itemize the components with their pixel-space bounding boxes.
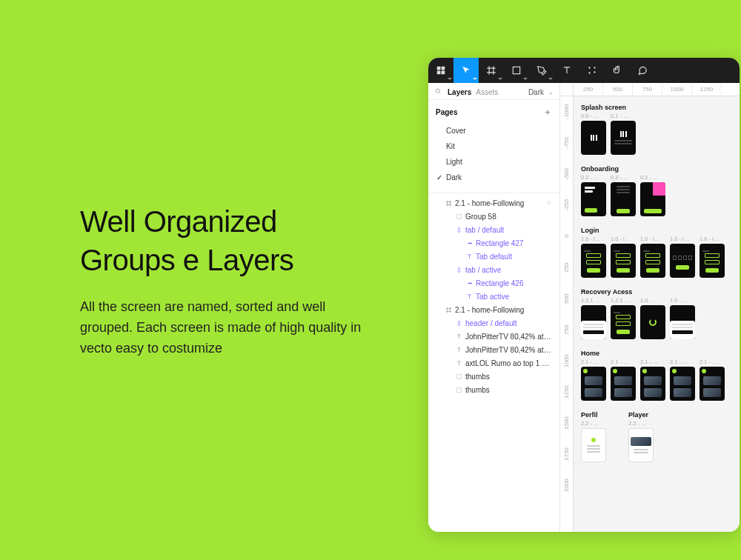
layer-row[interactable]: 2.1 - home-Following👁 — [428, 196, 559, 210]
layer-row[interactable]: tab / active — [428, 263, 559, 276]
layer-row[interactable]: thumbs — [428, 370, 559, 383]
promo-headline: Well Organized Groups e Layers — [80, 202, 376, 279]
layer-label: JohnPitterTV 80,42% atualiza… — [465, 346, 552, 354]
layer-row[interactable]: 2.1 - home-Following — [428, 303, 559, 316]
thumbs-row: 0.2 - …0.2 - …0.2 - … — [581, 174, 735, 216]
artboard-thumb[interactable] — [581, 428, 606, 462]
add-page-button[interactable]: ＋ — [543, 106, 552, 119]
layer-label: 2.1 - home-Following — [455, 306, 524, 314]
artboard-thumb[interactable] — [611, 182, 636, 216]
artboard-thumb[interactable] — [581, 244, 606, 278]
page-item[interactable]: Cover — [436, 123, 552, 139]
artboard-thumb[interactable] — [700, 244, 725, 278]
layer-row[interactable]: thumbs — [428, 383, 559, 396]
canvas-section: Login1.0 - l…1.0 - l…1.0 - l…1.0 - l…1.0… — [581, 227, 735, 278]
frame-item: 0.2 - … — [640, 174, 665, 216]
layer-label: tab / default — [465, 226, 504, 234]
pages-title: Pages — [436, 108, 457, 116]
frame-item: 2.1 - … — [611, 359, 636, 401]
artboard-thumb[interactable] — [611, 367, 636, 401]
frame-label: 2.1 - … — [670, 359, 695, 365]
frame-icon — [445, 200, 452, 207]
canvas-section: Recovery Acess1.2.1 …1.2.1 - …1.0 - …1.0… — [581, 288, 735, 339]
artboard-thumb[interactable] — [581, 121, 606, 155]
top-toolbar — [428, 58, 740, 83]
layer-row[interactable]: tab / default — [428, 223, 559, 236]
frame-item: 2.1 - … — [640, 359, 665, 401]
canvas-stage[interactable]: Splash screen0.0 - …0.1 - …Onboarding0.2… — [576, 96, 740, 532]
layer-row[interactable]: Rectangle 427 — [428, 236, 559, 250]
layer-row[interactable]: header / default — [428, 316, 559, 330]
artboard-thumb[interactable] — [581, 367, 606, 401]
shape-tool-button[interactable] — [504, 58, 529, 83]
artboard-thumb[interactable] — [670, 244, 695, 278]
layer-label: thumbs — [465, 373, 490, 381]
search-icon[interactable] — [434, 87, 443, 96]
artboard-thumb[interactable] — [700, 367, 725, 401]
artboard-thumb[interactable] — [628, 428, 654, 462]
artboard-thumb[interactable] — [581, 182, 606, 216]
frame-item: 2.1 - … — [670, 359, 695, 401]
svg-rect-3 — [442, 71, 445, 75]
frame-item: 0.0 - … — [581, 113, 606, 155]
frame-item: 2.1 - … — [700, 359, 725, 401]
svg-rect-4 — [513, 67, 519, 73]
frame-item: 1.0 - … — [640, 297, 665, 339]
move-tool-button[interactable] — [453, 58, 479, 83]
layer-row[interactable]: axtLOL Rumo ao top 1 aqui de… — [428, 356, 559, 370]
pen-tool-button[interactable] — [529, 58, 554, 83]
frame-label: 0.2 - … — [611, 174, 636, 181]
text-icon — [465, 293, 473, 300]
page-item[interactable]: Kit — [436, 139, 552, 154]
visibility-icon[interactable]: 👁 — [546, 200, 552, 207]
page-label: Cover — [446, 127, 466, 135]
artboard-thumb[interactable] — [611, 244, 636, 278]
frame-label: 1.0 - l… — [700, 236, 725, 242]
artboard-thumb[interactable] — [670, 305, 695, 339]
section-title: Login — [581, 227, 735, 234]
layer-row[interactable]: JohnPitterTV 80,42% atualiza… — [428, 330, 559, 343]
frame-tool-button[interactable] — [479, 58, 504, 83]
headline-line1: Well Organized — [80, 205, 277, 238]
frame-item: 1.2.1 - … — [611, 297, 636, 339]
canvas-section: Splash screen0.0 - …0.1 - … — [581, 104, 735, 155]
promo-block: Well Organized Groups e Layers All the s… — [80, 202, 376, 359]
frame-label: 1.0 - l… — [611, 236, 636, 242]
comment-tool-button[interactable] — [630, 58, 655, 83]
text-tool-button[interactable] — [554, 58, 579, 83]
menu-button[interactable] — [428, 58, 453, 83]
resources-button[interactable] — [579, 58, 605, 83]
artboard-thumb[interactable] — [611, 305, 636, 339]
artboard-thumb[interactable] — [640, 244, 665, 278]
layers-tab[interactable]: Layers — [448, 88, 471, 96]
artboard-thumb[interactable] — [640, 367, 665, 401]
layers-section: 2.1 - home-Following👁Group 58tab / defau… — [428, 193, 559, 532]
svg-point-7 — [588, 72, 590, 73]
artboard-thumb[interactable] — [640, 182, 665, 216]
frame-label: 2.2 - … — [581, 420, 606, 427]
artboard-thumb[interactable] — [670, 367, 695, 401]
assets-tab[interactable]: Assets — [476, 88, 498, 96]
canvas[interactable]: 25050075010001250 -1000-750-500-25002505… — [560, 83, 740, 532]
panel-tabs: Layers Assets Dark ⌄ — [428, 83, 559, 100]
artboard-thumb[interactable] — [611, 121, 636, 155]
thumbs-row: 1.0 - l…1.0 - l…1.0 - l…1.0 - l…1.0 - l… — [581, 236, 735, 278]
layer-row[interactable]: Rectangle 426 — [428, 276, 559, 290]
pages-section: Pages ＋ CoverKitLight✓Dark — [428, 100, 559, 193]
layer-row[interactable]: Tab default — [428, 250, 559, 263]
page-mode-dropdown[interactable]: Dark — [528, 88, 544, 96]
artboard-thumb[interactable] — [640, 305, 665, 339]
artboard-thumb[interactable] — [581, 305, 606, 339]
page-item[interactable]: Light — [436, 154, 552, 170]
frame-item: 1.0 - l… — [640, 236, 665, 278]
section-title: Perfil — [581, 411, 606, 419]
layer-row[interactable]: Tab active — [428, 290, 559, 303]
canvas-section: Home2.1 - …2.1 - …2.1 - …2.1 - …2.1 - … — [581, 350, 735, 401]
page-item[interactable]: ✓Dark — [436, 170, 552, 185]
page-label: Kit — [446, 142, 455, 150]
layer-row[interactable]: Group 58 — [428, 210, 559, 223]
layer-row[interactable]: JohnPitterTV 80,42% atualiza… — [428, 343, 559, 356]
frame-item: 1.0 - l… — [700, 236, 725, 278]
hand-tool-button[interactable] — [605, 58, 630, 83]
frame-label: 1.0 - … — [670, 297, 695, 304]
